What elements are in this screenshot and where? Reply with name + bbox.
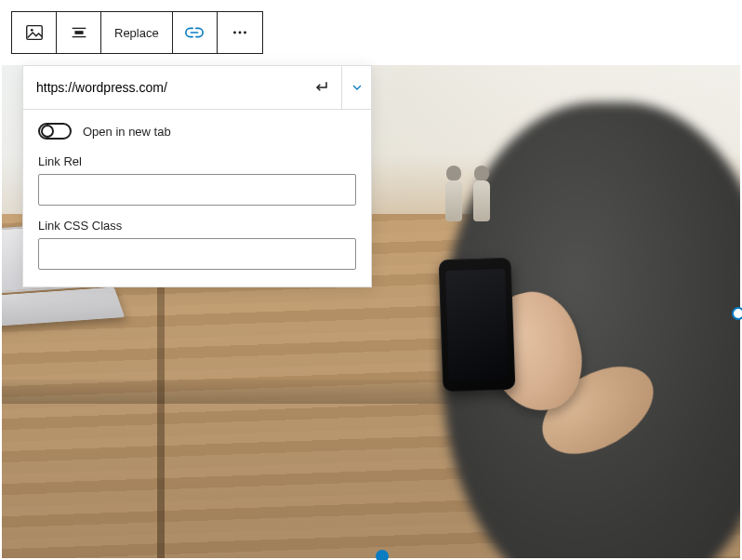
svg-point-7 <box>238 32 241 34</box>
svg-point-1 <box>30 29 33 32</box>
svg-point-8 <box>244 32 246 34</box>
expand-settings-button[interactable] <box>341 66 371 109</box>
resize-handle-right[interactable] <box>732 307 742 320</box>
open-new-tab-label: Open in new tab <box>83 125 171 139</box>
link-css-group: Link CSS Class <box>38 219 356 270</box>
link-rel-input[interactable] <box>38 174 356 206</box>
svg-point-6 <box>233 32 236 34</box>
more-options-button[interactable] <box>218 12 262 53</box>
align-icon <box>69 22 89 43</box>
block-toolbar: Replace <box>11 11 263 54</box>
align-button[interactable] <box>57 12 101 53</box>
link-icon <box>184 22 205 43</box>
enter-icon <box>312 78 331 97</box>
submit-url-button[interactable] <box>300 66 341 109</box>
open-new-tab-toggle[interactable] <box>38 123 72 140</box>
block-type-button[interactable] <box>12 12 57 53</box>
svg-rect-0 <box>26 26 42 40</box>
link-css-label: Link CSS Class <box>38 219 356 233</box>
open-new-tab-row: Open in new tab <box>38 123 356 140</box>
url-input[interactable] <box>23 66 300 109</box>
link-settings-popover: Open in new tab Link Rel Link CSS Class <box>22 65 372 287</box>
resize-handle-bottom[interactable] <box>376 550 389 560</box>
svg-rect-3 <box>74 31 83 34</box>
image-icon <box>24 22 45 43</box>
more-icon <box>230 22 250 43</box>
link-css-input[interactable] <box>38 238 356 270</box>
link-rel-label: Link Rel <box>38 154 356 168</box>
link-settings-body: Open in new tab Link Rel Link CSS Class <box>23 110 371 287</box>
link-rel-group: Link Rel <box>38 154 356 206</box>
url-row <box>23 66 371 110</box>
replace-button[interactable]: Replace <box>101 12 173 53</box>
chevron-down-icon <box>350 80 364 95</box>
link-button[interactable] <box>173 12 218 53</box>
